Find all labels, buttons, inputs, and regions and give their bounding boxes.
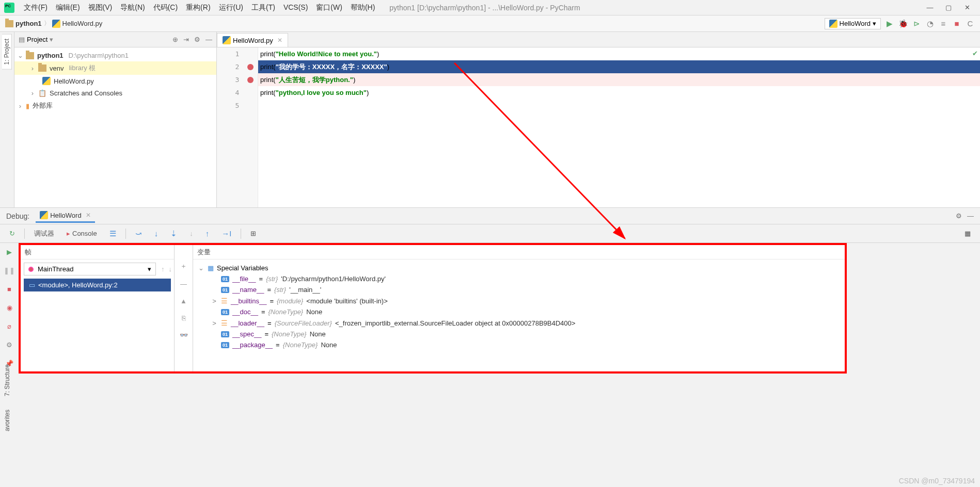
menu-item[interactable]: 帮助(H) [346,2,379,14]
stop-button[interactable]: ■ [952,19,961,28]
hide-icon[interactable]: — [967,212,974,220]
menu-item[interactable]: 编辑(E) [52,2,84,14]
frame-row[interactable]: ▭ <module>, HelloWord.py:2 [24,279,171,291]
menu-item[interactable]: 重构(R) [182,2,214,14]
resume-button[interactable]: ▶ [5,247,14,256]
breakpoint-icon[interactable] [247,77,254,83]
maximize-button[interactable]: ▢ [944,3,953,12]
close-icon[interactable]: ✕ [277,37,282,44]
code-line[interactable]: print("人生苦短，我学python.") [258,73,980,86]
gear-icon[interactable]: ⚙ [194,36,200,43]
minimize-button[interactable]: — [925,3,935,12]
expand-arrow-icon[interactable]: › [18,102,23,110]
view-breakpoints-button[interactable]: ◉ [5,303,14,312]
next-frame-icon[interactable]: ↓ [167,263,175,275]
tool-tab-project[interactable]: 1: Project [2,34,12,70]
variable-row[interactable]: 01__file__ = {str} 'D:/pycharm/python1/H… [195,273,843,284]
run-config-selector[interactable]: HelloWord ▾ [825,18,881,29]
close-icon[interactable]: ✕ [86,212,91,219]
collapse-arrow-icon[interactable]: ⌄ [18,52,23,59]
menu-item[interactable]: 视图(V) [84,2,117,14]
line-number[interactable]: 5 [217,99,258,112]
threads-view-icon[interactable]: ☰ [104,227,121,240]
debug-session-tab[interactable]: HelloWord ✕ [36,209,94,223]
step-into-my-code-button[interactable]: ⇣ [165,227,182,240]
glasses-icon[interactable]: 👓 [180,331,188,339]
line-number[interactable]: 3 [217,73,258,86]
line-number[interactable]: 1 [217,47,258,60]
code-line[interactable]: print("python,I love you so much") [258,86,980,99]
line-number[interactable]: 2 [217,60,258,73]
remove-watch-icon[interactable]: — [180,280,187,288]
tool-tab-favorites[interactable]: avorites [3,405,12,435]
variable-row[interactable]: >☰__loader__ = {SourceFileLoader} <_froz… [195,317,843,329]
run-to-cursor-button[interactable]: →I [216,227,236,240]
close-button[interactable]: ✕ [962,3,972,12]
line-number[interactable]: 4 [217,86,258,99]
code-line[interactable]: print("我的学号：XXXXX，名字：XXXXX") [258,60,980,73]
variable-row[interactable]: 01__name__ = {str} '__main__' [195,284,843,295]
project-view-selector[interactable]: ▤ Project ▾ [19,36,53,43]
expand-arrow-icon[interactable]: › [30,64,35,72]
evaluate-button[interactable]: ⊞ [245,228,261,239]
gear-icon[interactable]: ⚙ [956,212,962,220]
copy-icon[interactable]: ⎘ [182,314,186,322]
debug-button[interactable]: 🐞 [898,19,908,28]
menu-item[interactable]: 导航(N) [116,2,149,14]
tool-tab-structure[interactable]: 7: Structure [3,360,12,400]
step-over-button[interactable]: ⤻ [130,227,147,240]
tree-scratches[interactable]: › 📋 Scratches and Consoles [14,87,216,99]
tree-file[interactable]: HelloWord.py [14,75,216,87]
breadcrumb-project[interactable]: python1 [5,20,42,27]
variable-row[interactable]: 01__doc__ = {NoneType} None [195,306,843,317]
menu-item[interactable]: 文件(F) [20,2,52,14]
collapse-icon[interactable]: ⇥ [183,36,189,43]
editor-tab-helloword[interactable]: HelloWord.py ✕ [217,33,288,47]
run-button[interactable]: ▶ [885,19,894,28]
checkmark-icon[interactable]: ✔ [972,50,978,57]
prev-frame-icon[interactable]: ↑ [159,263,167,275]
menu-item[interactable]: 代码(C) [149,2,182,14]
tree-project-root[interactable]: ⌄ python1 D:\pycharm\python1 [14,50,216,61]
collapse-arrow-icon[interactable]: ⌄ [197,264,204,272]
thread-selector[interactable]: MainThread ▾ [24,263,156,275]
tree-ext-lib[interactable]: › ▮ 外部库 [14,99,216,112]
settings-button[interactable]: ⚙ [5,340,14,349]
debugger-tab[interactable]: 调试器 [29,227,59,240]
menu-item[interactable]: 运行(U) [215,2,247,14]
editor-body[interactable]: 12345 print("Hello World!Nice to meet yo… [217,47,980,207]
tree-venv[interactable]: › venv library 根 [14,61,216,75]
menu-item[interactable]: VCS(S) [279,2,312,14]
menu-item[interactable]: 工具(T) [247,2,279,14]
search-everywhere-button[interactable]: C [966,19,975,28]
locate-icon[interactable]: ⊕ [172,36,178,43]
add-watch-icon[interactable]: ＋ [180,262,187,271]
profile-button[interactable]: ◔ [925,19,935,28]
force-step-button[interactable]: ↓ [184,228,198,239]
breakpoint-icon[interactable] [247,64,254,70]
expand-arrow-icon[interactable]: › [30,89,35,97]
expand-arrow-icon[interactable]: > [211,319,218,327]
step-into-button[interactable]: ↓ [149,227,164,240]
up-icon[interactable]: ▲ [180,297,187,305]
variable-row[interactable]: 01__spec__ = {NoneType} None [195,329,843,339]
console-tab[interactable]: ▸Console [61,228,102,239]
menu-item[interactable]: 窗口(W) [312,2,346,14]
code-area[interactable]: print("Hello World!Nice to meet you.")pr… [258,47,980,207]
code-line[interactable] [258,99,980,112]
variable-row[interactable]: 01__package__ = {NoneType} None [195,339,843,350]
hide-icon[interactable]: — [206,36,212,43]
attach-button[interactable]: ≡ [939,19,948,28]
layout-icon[interactable]: ▦ [959,228,976,239]
code-line[interactable]: print("Hello World!Nice to meet you.") [258,47,980,60]
pause-button[interactable]: ❚❚ [5,266,14,275]
variable-row[interactable]: >☰__builtins__ = {module} <module 'built… [195,295,843,306]
special-variables-node[interactable]: ⌄ ▦ Special Variables [195,263,843,273]
mute-breakpoints-button[interactable]: ⌀ [5,321,14,331]
stop-button[interactable]: ■ [5,284,14,294]
run-coverage-button[interactable]: ⊳ [912,19,921,28]
expand-arrow-icon[interactable]: > [211,297,218,305]
step-out-button[interactable]: ↑ [200,227,215,240]
breadcrumb-file[interactable]: HelloWord.py [52,20,103,28]
editor-gutter[interactable]: 12345 [217,47,258,207]
